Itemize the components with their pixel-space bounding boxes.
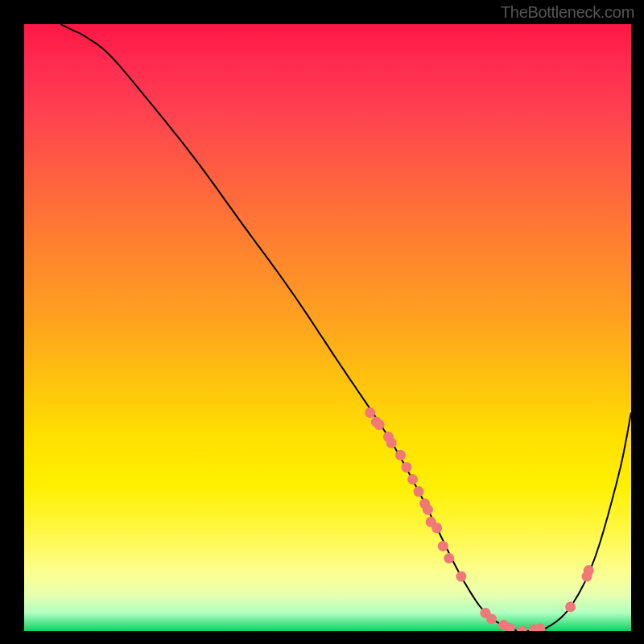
scatter-dot [407,474,418,485]
bottleneck-curve-line [60,24,631,631]
scatter-dot [395,450,406,460]
scatter-dot [438,541,448,551]
scatter-dot [444,553,454,564]
scatter-dot [517,626,527,632]
scatter-dots-group [365,407,593,631]
scatter-dot [486,613,497,624]
scatter-dot [374,419,385,430]
scatter-dot [365,407,375,418]
scatter-dot [565,601,576,612]
scatter-dot [402,462,412,473]
chart-svg [24,24,631,631]
scatter-dot [414,486,424,497]
frame-left [0,0,24,644]
chart-plot-area [24,24,631,631]
scatter-dot [431,522,442,533]
scatter-dot [582,572,592,582]
watermark-text: TheBottleneck.com [501,3,634,22]
scatter-dot [386,438,397,448]
scatter-dot [423,505,433,515]
scatter-dot [456,572,466,582]
